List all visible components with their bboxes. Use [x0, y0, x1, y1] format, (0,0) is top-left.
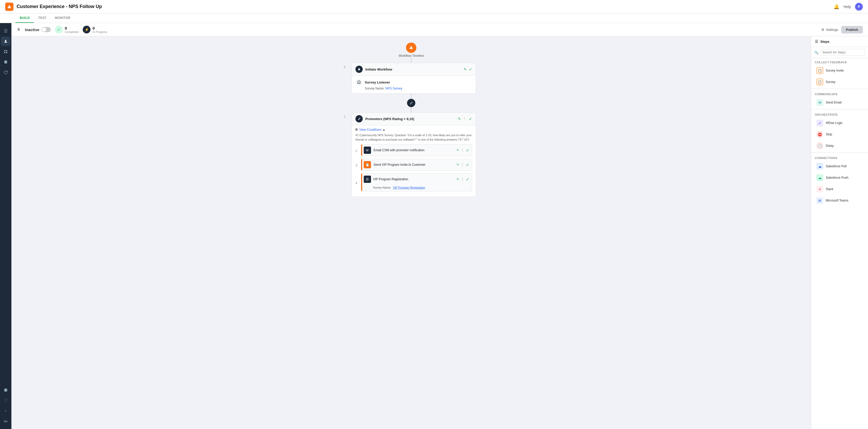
help-button[interactable]: Help — [843, 5, 851, 9]
if-row: If: View Conditions ▲ — [355, 128, 472, 131]
survey-icon: 📋 — [816, 79, 823, 85]
substep-4-icon: ☰ — [364, 176, 371, 183]
substep-3-edit[interactable]: ✎ — [457, 163, 459, 166]
step-item-send-email[interactable]: ✉ Send Email — [813, 97, 866, 108]
step-item-survey[interactable]: 📋 Survey — [813, 76, 866, 87]
substep-num-3: 3 — [355, 164, 357, 167]
branch-header-left: ⑇ Promotors (NPS Rating = 9,10) — [355, 115, 414, 122]
slack-icon: # — [816, 186, 823, 192]
salesforce-push-label: Salesforce Push — [826, 176, 848, 180]
branch-actions: ✎ ⋮ ✓ — [458, 117, 472, 121]
publish-button[interactable]: Publish — [841, 26, 863, 33]
step-item-survey-invite[interactable]: 📋 Survey Invite — [813, 65, 866, 76]
step-item-stop[interactable]: ⛔ Stop — [813, 129, 866, 140]
substep-3-more[interactable]: ⋮ — [461, 163, 464, 167]
tab-test[interactable]: TEST — [34, 13, 51, 23]
send-email-label: Send Email — [826, 101, 842, 104]
salesforce-pull-icon: ☁ — [816, 163, 823, 170]
step-item-salesforce-pull[interactable]: ☁ Salesforce Pull — [813, 161, 866, 172]
step-num-1: 1 — [344, 112, 348, 119]
svg-marker-7 — [410, 46, 413, 49]
tab-monitor[interactable]: MONITOR — [51, 13, 75, 23]
connector-1 — [411, 94, 411, 99]
substep-4-edit[interactable]: ✎ — [457, 177, 459, 181]
branch-body: If: View Conditions ▲ #1 Cybersecurity N… — [352, 125, 476, 196]
tab-build[interactable]: BUILD — [16, 13, 34, 23]
settings-button[interactable]: ⚙ Settings — [822, 28, 838, 32]
header-right: 🔔 Help P — [834, 3, 863, 11]
substep-4-detail: Survey Name: VIP Program Registration — [364, 186, 425, 189]
sidebar-icon-menu[interactable]: ☰ — [1, 26, 10, 35]
pause-button[interactable]: ⏸ — [17, 27, 21, 32]
step-0-header: Initiate Workflow ✎ ✓ — [352, 63, 476, 76]
substep-2-more[interactable]: ⋮ — [461, 148, 464, 152]
logo[interactable] — [5, 3, 13, 11]
survey-label: Survey — [826, 80, 835, 84]
sidebar-icon-profile[interactable] — [1, 37, 10, 46]
if-else-label: If/Else Logic — [826, 121, 843, 125]
branch-more-button[interactable]: ⋮ — [463, 117, 467, 121]
sidebar-icon-expand[interactable] — [1, 406, 10, 416]
completed-info: 0 Completed — [65, 26, 79, 33]
svg-rect-4 — [4, 52, 5, 53]
step-item-salesforce-push[interactable]: ☁ Salesforce Push — [813, 172, 866, 183]
step-item-if-else[interactable]: ⑇ If/Else Logic — [813, 118, 866, 128]
survey-name-prefix: Survey Name: — [365, 87, 384, 90]
substep-3-icon: 📋 — [364, 161, 371, 168]
search-icon: 🔍 — [814, 51, 818, 55]
status-text: Inactive — [25, 28, 39, 32]
steps-icon: ☰ — [815, 39, 818, 43]
notification-icon[interactable]: 🔔 — [834, 4, 839, 9]
avatar[interactable]: P — [855, 3, 863, 11]
substep-4-more[interactable]: ⋮ — [461, 177, 464, 181]
sidebar-icon-database[interactable] — [1, 57, 10, 67]
branch-header: ⑇ Promotors (NPS Rating = 9,10) ✎ ⋮ ✓ — [352, 113, 476, 125]
step-item-delay[interactable]: 🕐 Delay — [813, 140, 866, 151]
toolbar: ⏸ Inactive ✓ 0 Completed ⚡ 0 In P — [11, 23, 868, 36]
substep-4-survey-link[interactable]: VIP Program Registration — [393, 186, 425, 189]
completed-label: Completed — [65, 30, 79, 33]
svg-rect-3 — [6, 50, 7, 51]
step-0-icon — [355, 66, 363, 73]
listener-name: Survey Listener — [365, 81, 390, 84]
main-layout: ☰ ♡ Au ⏸ Inactive — [0, 23, 868, 429]
step-item-slack[interactable]: # Slack — [813, 184, 866, 194]
sidebar-icon-settings[interactable] — [1, 386, 10, 395]
svg-marker-8 — [358, 68, 360, 70]
sidebar-icon-refresh[interactable] — [1, 68, 10, 77]
step-0-edit-button[interactable]: ✎ — [464, 67, 467, 71]
status-label: Inactive — [25, 27, 51, 32]
chevron-up-icon: ▲ — [382, 128, 385, 131]
content-area: ⏸ Inactive ✓ 0 Completed ⚡ 0 In P — [11, 23, 868, 429]
section-communicate-label: Communicate — [811, 90, 868, 97]
branch-edit-button[interactable]: ✎ — [458, 117, 461, 121]
status-toggle[interactable] — [41, 27, 51, 32]
sidebar-icon-heart[interactable]: ♡ — [1, 396, 10, 405]
microsoft-teams-label: Microsoft Teams — [826, 199, 848, 202]
substep-3-check: ✓ — [466, 162, 469, 167]
gear-icon: ⚙ — [822, 28, 825, 32]
svg-rect-2 — [4, 50, 5, 51]
substep-2-label: Email CSM with promotor notification — [374, 148, 454, 152]
canvas-right: Workflow Timeline 0 — [11, 36, 868, 429]
top-header: Customer Experience - NPS Follow Up 🔔 He… — [0, 0, 868, 13]
step-item-microsoft-teams[interactable]: M Microsoft Teams — [813, 195, 866, 206]
workflow-start: Workflow Timeline — [399, 42, 424, 58]
inprogress-icon: ⚡ — [83, 26, 91, 33]
survey-name-link[interactable]: NPS Survey — [385, 87, 402, 90]
substep-num-2: 2 — [355, 149, 357, 153]
step-0-inner: 🎧 Survey Listener Survey Name: NPS Surve… — [352, 76, 476, 93]
substep-2-edit[interactable]: ✎ — [457, 148, 459, 152]
connector-2 — [411, 107, 411, 112]
step-num-0: 0 — [344, 63, 348, 69]
sidebar-icon-grid[interactable] — [1, 47, 10, 56]
search-input[interactable] — [820, 49, 865, 56]
sidebar-icon-badge[interactable]: Au — [1, 417, 10, 426]
completed-count: 0 — [65, 26, 79, 30]
substep-2-check: ✓ — [466, 148, 469, 153]
branch-title: Promotors (NPS Rating = 9,10) — [365, 117, 414, 121]
node-wrapper-0: 0 Initiate Workflow ✎ — [344, 63, 478, 94]
branch-icon: ⑇ — [407, 99, 415, 107]
send-email-icon: ✉ — [816, 99, 823, 106]
view-conditions-link[interactable]: View Conditions — [359, 128, 382, 131]
